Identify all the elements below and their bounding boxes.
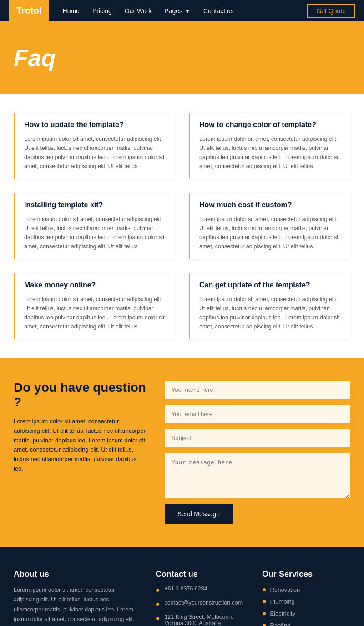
page-title: Faq: [14, 44, 56, 72]
phone-icon: ●: [156, 586, 160, 594]
footer-contact-title: Contact us: [156, 570, 244, 579]
contact-heading: Do you have question ?: [14, 380, 147, 410]
footer-address: ● 121 King Street, Melbourne Victoria 30…: [156, 614, 244, 626]
footer-phone: ● +61 3 8376 6284: [156, 585, 244, 594]
email-icon: ●: [156, 600, 160, 608]
send-message-button[interactable]: Send Message: [165, 504, 233, 524]
footer-email-address: contact@yourconstruction.com: [164, 600, 243, 606]
faq-question-2: How to change color of template?: [199, 121, 341, 129]
faq-item-5: Make money online? Lorem ipsum dolor sit…: [14, 273, 175, 339]
service-item-renovation: ● Renovation: [262, 585, 350, 594]
contact-left: Do you have question ? Lorem ipsum dolor…: [14, 380, 147, 474]
message-input[interactable]: [165, 453, 350, 498]
nav-contact-us[interactable]: Contact us: [203, 7, 234, 15]
faq-item-6: Can get update of the template? Lorem ip…: [189, 273, 350, 339]
footer-about: About us Lorem ipsum dolor sit amet, con…: [14, 570, 137, 626]
footer-about-title: About us: [14, 570, 137, 579]
service-item-roofing: ● Roofing: [262, 621, 350, 626]
subject-input[interactable]: [165, 429, 350, 447]
faq-answer-3: Lorem ipsum dolor sit amet, consectetur …: [24, 215, 166, 251]
footer-services-title: Our Services: [262, 570, 350, 579]
nav-links: Home Pricing Our Work Pages ▼ Contact us: [63, 7, 308, 15]
footer-email: ● contact@yourconstruction.com: [156, 600, 244, 608]
bullet-icon: ●: [262, 609, 267, 617]
faq-answer-2: Lorem ipsum dolor sit amet, consectetur …: [199, 134, 341, 171]
contact-body: Lorem ipsum dolor sit amet, consectetur …: [14, 417, 147, 474]
service-item-electricity: ● Electricity: [262, 609, 350, 617]
bullet-icon: ●: [262, 597, 267, 605]
nav-pages[interactable]: Pages ▼: [164, 7, 191, 15]
footer-contact: Contact us ● +61 3 8376 6284 ● contact@y…: [156, 570, 244, 626]
faq-question-1: How to update the template?: [24, 121, 166, 129]
name-input[interactable]: [165, 380, 350, 399]
faq-section: How to update the template? Lorem ipsum …: [0, 94, 364, 358]
footer-services: Our Services ● Renovation ● Plumbing ● E…: [262, 570, 350, 626]
faq-answer-5: Lorem ipsum dolor sit amet, consectetur …: [24, 295, 166, 331]
faq-answer-1: Lorem ipsum dolor sit amet, consectetur …: [24, 134, 166, 171]
footer-address-text: 121 King Street, Melbourne Victoria 3000…: [164, 614, 243, 626]
faq-question-4: How much cost if custom?: [199, 201, 341, 209]
footer-grid: About us Lorem ipsum dolor sit amet, con…: [14, 570, 350, 626]
nav-home[interactable]: Home: [63, 7, 80, 15]
faq-item-3: Installing template kit? Lorem ipsum dol…: [14, 193, 175, 259]
bullet-icon: ●: [262, 585, 267, 594]
nav-pricing[interactable]: Pricing: [92, 7, 112, 15]
email-input[interactable]: [165, 405, 350, 423]
faq-grid: How to update the template? Lorem ipsum …: [14, 113, 350, 339]
faq-answer-4: Lorem ipsum dolor sit amet, consectetur …: [199, 215, 341, 251]
nav-logo[interactable]: Trotol: [9, 0, 49, 21]
navbar: Trotol Home Pricing Our Work Pages ▼ Con…: [0, 0, 364, 21]
bullet-icon: ●: [262, 621, 267, 626]
faq-item-2: How to change color of template? Lorem i…: [189, 113, 350, 179]
nav-our-work[interactable]: Our Work: [125, 7, 152, 15]
faq-question-6: Can get update of the template?: [199, 281, 341, 289]
chevron-down-icon: ▼: [184, 7, 191, 15]
service-item-plumbing: ● Plumbing: [262, 597, 350, 605]
faq-item-4: How much cost if custom? Lorem ipsum dol…: [189, 193, 350, 259]
faq-question-5: Make money online?: [24, 281, 166, 289]
faq-answer-6: Lorem ipsum dolor sit amet, consectetur …: [199, 295, 341, 331]
contact-section: Do you have question ? Lorem ipsum dolor…: [0, 358, 364, 547]
footer-phone-number: +61 3 8376 6284: [164, 585, 207, 592]
footer: About us Lorem ipsum dolor sit amet, con…: [0, 547, 364, 626]
contact-form: Send Message: [165, 380, 350, 524]
faq-item-1: How to update the template? Lorem ipsum …: [14, 113, 175, 179]
hero-banner: Faq: [0, 21, 364, 94]
services-list: ● Renovation ● Plumbing ● Electricity ● …: [262, 585, 350, 626]
location-icon: ●: [156, 614, 160, 622]
get-quote-button[interactable]: Get Quote: [307, 4, 355, 18]
footer-about-text: Lorem ipsum dolor sit amet, consectetur …: [14, 585, 137, 626]
faq-question-3: Installing template kit?: [24, 201, 166, 209]
